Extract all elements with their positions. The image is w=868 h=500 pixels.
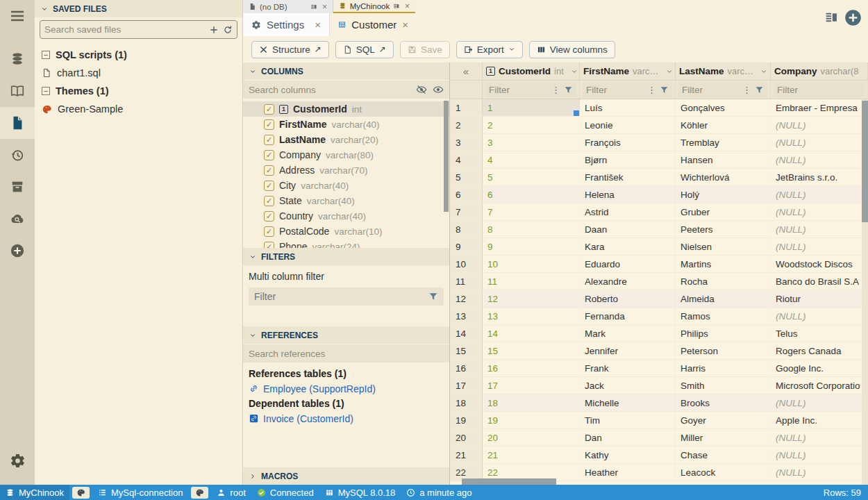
grid-cell[interactable]: Almeida: [676, 290, 771, 307]
grid-cell[interactable]: Apple Inc.: [771, 412, 868, 428]
grid-cell[interactable]: 14: [483, 325, 580, 342]
filter-menu-icon[interactable]: ⋮: [647, 85, 656, 95]
connection-color-badge[interactable]: [191, 487, 208, 499]
file-item-green-sample[interactable]: Green-Sample: [35, 100, 242, 118]
row-number[interactable]: 17: [450, 377, 483, 394]
row-number[interactable]: 16: [450, 360, 483, 376]
grid-column-header-lastname[interactable]: LastNamevarc…: [676, 62, 771, 80]
grid-cell[interactable]: Alexandre: [580, 273, 676, 290]
grid-cell[interactable]: JetBrains s.r.o.: [771, 169, 868, 185]
rail-item-add[interactable]: [0, 235, 35, 267]
grid-cell[interactable]: František: [580, 169, 676, 185]
rail-item-database[interactable]: [0, 43, 35, 75]
collapse-box-icon[interactable]: −: [42, 51, 50, 59]
grid-cell[interactable]: Daan: [580, 221, 676, 238]
column-checkbox[interactable]: ✓: [264, 226, 274, 237]
eye-off-icon[interactable]: [416, 84, 427, 95]
grid-cell[interactable]: Brooks: [676, 394, 771, 411]
grid-cell[interactable]: 8: [483, 221, 580, 238]
grid-column-header-firstname[interactable]: FirstNamevarc…: [580, 62, 676, 80]
grid-filter-input[interactable]: [777, 85, 861, 95]
grid-cell[interactable]: 4: [483, 151, 580, 168]
grid-cell[interactable]: (NULL): [771, 308, 868, 324]
grid-cell[interactable]: (NULL): [771, 447, 868, 463]
grid-cell[interactable]: Gruber: [676, 203, 771, 220]
grid-cell[interactable]: Tim: [580, 412, 676, 428]
sql-button[interactable]: SQL↗: [335, 41, 394, 58]
connection-color-badge[interactable]: [72, 487, 90, 499]
grid-cell[interactable]: 16: [483, 360, 580, 376]
grid-cell[interactable]: Mark: [580, 325, 676, 342]
split-view-icon[interactable]: [310, 3, 317, 10]
column-checkbox[interactable]: ✓: [264, 196, 274, 206]
grid-cell[interactable]: Bjørn: [580, 151, 676, 168]
view-columns-button[interactable]: View columns: [529, 41, 615, 58]
grid-cell[interactable]: (NULL): [771, 238, 868, 255]
grid-cell[interactable]: Kara: [580, 238, 676, 255]
grid-filter-input[interactable]: [586, 85, 644, 95]
column-item-postalcode[interactable]: ✓PostalCodevarchar(10): [243, 224, 449, 239]
row-number[interactable]: 10: [450, 256, 483, 272]
grid-cell[interactable]: Woodstock Discos: [771, 256, 868, 272]
rail-item-files[interactable]: [0, 107, 35, 139]
macros-section-header[interactable]: MACROS: [243, 467, 449, 485]
grid-cell[interactable]: 2: [483, 117, 580, 133]
grid-cell[interactable]: (NULL): [771, 221, 868, 238]
column-checkbox[interactable]: ✓: [264, 242, 274, 249]
row-number[interactable]: 7: [450, 203, 483, 220]
column-item-city[interactable]: ✓Cityvarchar(40): [243, 178, 449, 193]
close-tab-icon[interactable]: ×: [315, 19, 321, 31]
structure-button[interactable]: Structure↗: [251, 41, 329, 58]
column-item-firstname[interactable]: ✓FirstNamevarchar(40): [243, 117, 449, 132]
grid-cell[interactable]: Frank: [580, 360, 676, 376]
horizontal-scrollbar-thumb[interactable]: [462, 478, 556, 485]
eye-icon[interactable]: [433, 84, 444, 95]
grid-cell[interactable]: 3: [483, 134, 580, 151]
grid-cell[interactable]: 21: [483, 447, 580, 463]
grid-cell[interactable]: Gonçalves: [676, 99, 771, 116]
row-number[interactable]: 3: [450, 134, 483, 151]
close-tab-group-icon[interactable]: ×: [405, 1, 410, 11]
row-number[interactable]: 14: [450, 325, 483, 342]
funnel-icon[interactable]: [564, 85, 573, 94]
grid-cell[interactable]: (NULL): [771, 186, 868, 203]
rail-item-settings[interactable]: [0, 444, 35, 476]
grid-cell[interactable]: Microsoft Corporatio: [771, 377, 868, 394]
row-number[interactable]: 2: [450, 117, 483, 133]
row-number[interactable]: 21: [450, 447, 483, 463]
grid-cell[interactable]: 9: [483, 238, 580, 255]
grid-cell[interactable]: François: [580, 134, 676, 151]
grid-cell[interactable]: Holý: [676, 186, 771, 203]
grid-cell[interactable]: Heather: [580, 464, 676, 481]
grid-cell[interactable]: Peterson: [676, 342, 771, 359]
reference-link-invoice-customerid[interactable]: Invoice (CustomerId): [249, 411, 449, 426]
file-group-themes-1[interactable]: −Themes (1): [35, 82, 242, 100]
grid-filter-input[interactable]: [682, 85, 739, 95]
saved-files-search-input[interactable]: [44, 24, 205, 35]
grid-column-header-customerid[interactable]: 1CustomerIdint: [483, 62, 580, 80]
grid-cell[interactable]: Leacock: [676, 464, 771, 481]
column-checkbox[interactable]: ✓: [264, 150, 274, 160]
grid-cell[interactable]: Chase: [676, 447, 771, 463]
column-menu-icon[interactable]: [571, 68, 578, 75]
filters-section-header[interactable]: FILTERS: [243, 248, 449, 265]
row-number[interactable]: 15: [450, 342, 483, 359]
rail-item-menu[interactable]: [0, 0, 35, 32]
column-item-lastname[interactable]: ✓LastNamevarchar(20): [243, 132, 449, 147]
collapse-box-icon[interactable]: −: [42, 87, 50, 95]
row-number[interactable]: 12: [450, 290, 483, 307]
grid-filter-input[interactable]: [489, 85, 548, 95]
rail-item-history[interactable]: [0, 139, 35, 171]
grid-cell[interactable]: Jack: [580, 377, 676, 394]
row-number[interactable]: 4: [450, 151, 483, 168]
rail-item-archive[interactable]: [0, 171, 35, 203]
grid-cell[interactable]: 19: [483, 412, 580, 428]
multi-column-filter-input[interactable]: [254, 291, 424, 302]
vertical-scrollbar[interactable]: [862, 99, 868, 485]
references-search-input[interactable]: [249, 349, 444, 359]
grid-cell[interactable]: Goyer: [676, 412, 771, 428]
grid-cell[interactable]: 12: [483, 290, 580, 307]
refresh-icon[interactable]: [223, 25, 233, 35]
grid-cell[interactable]: Rogers Canada: [771, 342, 868, 359]
grid-cell[interactable]: Michelle: [580, 394, 676, 411]
